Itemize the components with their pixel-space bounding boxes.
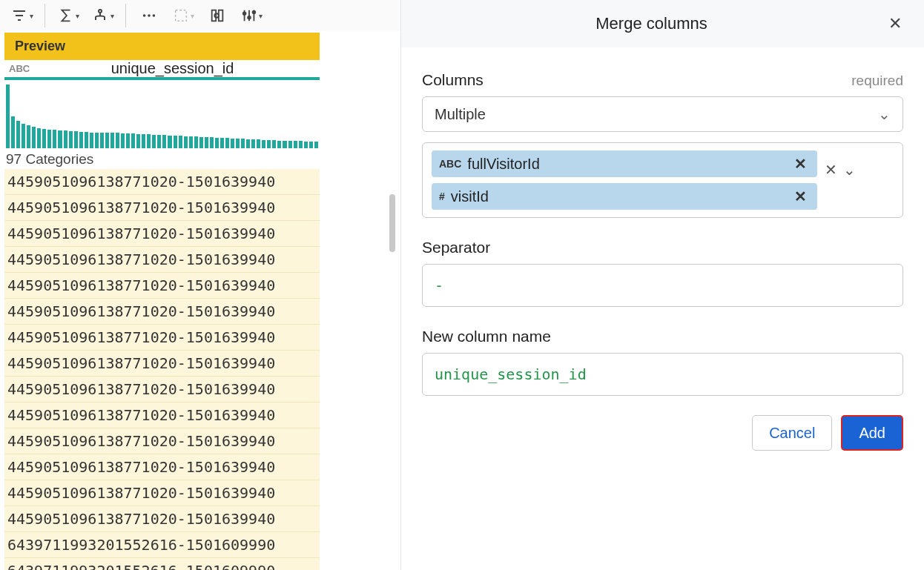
chevron-down-icon: ⌄: [878, 105, 891, 123]
chart-bar: [105, 133, 109, 148]
chart-bar: [199, 137, 203, 148]
svg-point-8: [148, 14, 151, 17]
chart-bar: [174, 136, 177, 148]
columns-chips[interactable]: ABCfullVisitorId✕#visitId✕ ✕ ⌄: [422, 142, 903, 218]
table-row[interactable]: 4459051096138771020-1501639940: [4, 506, 320, 532]
chart-bar: [179, 136, 182, 148]
svg-point-3: [99, 10, 102, 13]
cancel-button[interactable]: Cancel: [752, 415, 832, 451]
add-button[interactable]: Add: [841, 415, 903, 451]
chart-bar: [90, 133, 93, 149]
chart-bar: [251, 139, 255, 148]
table-row[interactable]: 4459051096138771020-1501639940: [4, 169, 320, 195]
chart-bar: [147, 134, 151, 148]
chart-bar: [194, 136, 198, 148]
filter-button[interactable]: ▾: [6, 0, 37, 31]
chip-label: fullVisitorId: [467, 156, 539, 173]
chart-bar: [205, 137, 208, 148]
chart-bar: [85, 132, 88, 148]
table-row[interactable]: 4459051096138771020-1501639940: [4, 402, 320, 428]
chart-bar: [22, 124, 25, 148]
chart-bar: [231, 139, 234, 148]
chart-bar: [262, 140, 265, 148]
chart-bar: [126, 133, 130, 148]
toolbar: ▾ ▾ ▾ ▾ ▾: [0, 0, 400, 31]
column-chip[interactable]: #visitId✕: [432, 183, 817, 210]
caret-icon: ▾: [110, 12, 114, 20]
new-column-input[interactable]: unique_session_id: [422, 353, 903, 396]
panel-header: Merge columns ✕: [401, 0, 924, 47]
chart-bar: [299, 141, 303, 148]
caret-icon: ▾: [259, 12, 263, 20]
chart-bar: [121, 133, 125, 148]
chart-bar: [79, 132, 83, 148]
chart-bar: [47, 130, 51, 148]
svg-point-19: [252, 11, 255, 14]
chart-bar: [236, 139, 240, 148]
scrollbar-thumb[interactable]: [389, 194, 395, 252]
chart-bar: [304, 142, 308, 148]
more-button[interactable]: [133, 0, 165, 31]
svg-point-9: [153, 14, 156, 17]
chart-bar: [257, 139, 260, 148]
table-row[interactable]: 4459051096138771020-1501639940: [4, 195, 320, 221]
chart-bar: [142, 134, 145, 148]
chart-bar: [309, 142, 313, 148]
chart-bar: [225, 138, 229, 148]
column-chip[interactable]: ABCfullVisitorId✕: [432, 150, 817, 177]
table-row[interactable]: 4459051096138771020-1501639940: [4, 247, 320, 273]
sliders-button[interactable]: ▾: [236, 0, 267, 31]
chart-bar: [37, 128, 41, 148]
table-row[interactable]: 4459051096138771020-1501639940: [4, 221, 320, 247]
svg-point-7: [143, 14, 146, 17]
column-header[interactable]: ABC unique_session_id: [4, 60, 320, 80]
clear-all-icon[interactable]: ✕: [825, 161, 837, 179]
sigma-button[interactable]: ▾: [53, 0, 84, 31]
chart-bar: [162, 135, 166, 148]
columns-label: Columns: [422, 71, 484, 89]
table-row[interactable]: 4459051096138771020-1501639940: [4, 377, 320, 402]
svg-point-18: [248, 16, 251, 19]
table-row[interactable]: 4459051096138771020-1501639940: [4, 351, 320, 377]
required-label: required: [851, 73, 903, 89]
svg-rect-10: [175, 10, 186, 21]
separator-input[interactable]: -: [422, 264, 903, 307]
table-row[interactable]: 6439711993201552616-1501609990: [4, 532, 320, 558]
chart-bar: [241, 139, 245, 148]
new-column-label: New column name: [422, 328, 903, 345]
caret-icon: ▾: [191, 12, 194, 20]
chart-bar: [314, 142, 318, 148]
chart-bar: [95, 133, 99, 149]
table-row[interactable]: 4459051096138771020-1501639940: [4, 273, 320, 299]
column-view-button[interactable]: [202, 0, 233, 31]
table-row[interactable]: 4459051096138771020-1501639940: [4, 428, 320, 454]
chart-bar: [189, 136, 193, 148]
table-row[interactable]: 4459051096138771020-1501639940: [4, 454, 320, 480]
chip-remove-icon[interactable]: ✕: [791, 188, 810, 205]
chevron-down-icon[interactable]: ⌄: [843, 161, 856, 179]
table-row[interactable]: 6439711993201552616-1501609990: [4, 558, 320, 570]
close-icon[interactable]: ✕: [884, 10, 906, 38]
chart-bar: [157, 135, 161, 148]
chart-bar: [220, 138, 224, 148]
merge-columns-panel: Merge columns ✕ Columns required Multipl…: [400, 0, 924, 570]
chart-bar: [32, 127, 36, 148]
separator-label: Separator: [422, 239, 903, 256]
group-button[interactable]: ▾: [87, 0, 118, 31]
preview-header: Preview: [4, 33, 320, 60]
chart-bar: [294, 141, 297, 148]
table-row[interactable]: 4459051096138771020-1501639940: [4, 325, 320, 351]
chart-bar: [69, 131, 73, 148]
column-title: unique_session_id: [30, 60, 315, 77]
table-row[interactable]: 4459051096138771020-1501639940: [4, 480, 320, 506]
selection-button: ▾: [168, 0, 199, 31]
chip-remove-icon[interactable]: ✕: [791, 155, 810, 173]
hash-icon: #: [439, 190, 445, 202]
chart-bar: [215, 138, 219, 148]
table-row[interactable]: 4459051096138771020-1501639940: [4, 299, 320, 325]
chart-bar: [11, 116, 15, 148]
select-value: Multiple: [435, 106, 486, 123]
chart-bar: [64, 130, 67, 148]
columns-mode-select[interactable]: Multiple ⌄: [422, 96, 903, 132]
chart-bar: [110, 133, 114, 148]
